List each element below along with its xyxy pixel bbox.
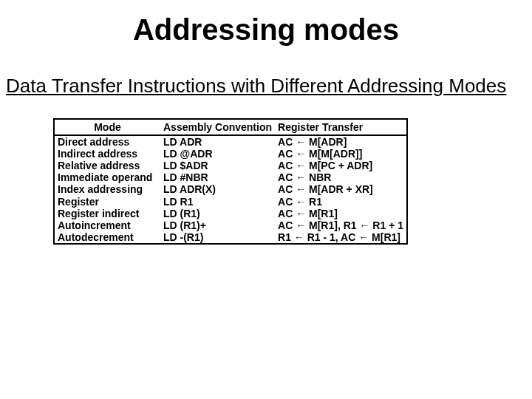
header-register-transfer: Register Transfer (275, 120, 406, 135)
table-row: Register indirect LD (R1) AC ← M[R1] (55, 208, 406, 219)
cell-rt: AC ← M[ADR] (275, 135, 406, 148)
cell-asm: LD (R1) (160, 208, 275, 219)
cell-rt: R1 ← R1 - 1, AC ← M[R1] (275, 231, 406, 243)
cell-rt: AC ← M[R1] (275, 208, 406, 219)
cell-rt: AC ← M[ADR + XR] (275, 183, 406, 195)
cell-rt: AC ← M[PC + ADR] (275, 160, 406, 171)
cell-asm: LD (R1)+ (160, 219, 275, 231)
table-row: Indirect address LD @ADR AC ← M[M[ADR]] (55, 148, 406, 160)
table-row: Relative address LD $ADR AC ← M[PC + ADR… (55, 160, 406, 171)
table-header-row: Mode Assembly Convention Register Transf… (55, 120, 406, 135)
table-row: Immediate operand LD #NBR AC ← NBR (55, 171, 406, 183)
cell-mode: Immediate operand (55, 171, 160, 183)
cell-mode: Autoincrement (55, 219, 160, 231)
cell-rt: AC ← M[R1], R1 ← R1 + 1 (275, 219, 406, 231)
table-row: Direct address LD ADR AC ← M[ADR] (55, 135, 406, 148)
cell-asm: LD ADR(X) (160, 183, 275, 195)
cell-rt: AC ← M[M[ADR]] (275, 148, 406, 160)
cell-mode: Register (55, 196, 160, 208)
cell-mode: Register indirect (55, 208, 160, 219)
slide: Addressing modes Data Transfer Instructi… (0, 13, 532, 399)
table-row: Autodecrement LD -(R1) R1 ← R1 - 1, AC ←… (55, 231, 406, 243)
cell-asm: LD -(R1) (160, 231, 275, 243)
cell-rt: AC ← R1 (275, 196, 406, 208)
cell-mode: Indirect address (55, 148, 160, 160)
cell-mode: Autodecrement (55, 231, 160, 243)
cell-asm: LD R1 (160, 196, 275, 208)
cell-asm: LD ADR (160, 135, 275, 148)
cell-asm: LD #NBR (160, 171, 275, 183)
cell-asm: LD @ADR (160, 148, 275, 160)
cell-mode: Direct address (55, 135, 160, 148)
cell-mode: Index addressing (55, 183, 160, 195)
table-row: Autoincrement LD (R1)+ AC ← M[R1], R1 ← … (55, 219, 406, 231)
table-row: Index addressing LD ADR(X) AC ← M[ADR + … (55, 183, 406, 195)
addressing-modes-table: Mode Assembly Convention Register Transf… (53, 118, 408, 245)
header-mode: Mode (55, 120, 160, 135)
slide-title: Addressing modes (0, 13, 532, 47)
slide-subtitle: Data Transfer Instructions with Differen… (6, 75, 526, 98)
cell-rt: AC ← NBR (275, 171, 406, 183)
cell-mode: Relative address (55, 160, 160, 171)
header-assembly: Assembly Convention (160, 120, 275, 135)
cell-asm: LD $ADR (160, 160, 275, 171)
table-row: Register LD R1 AC ← R1 (55, 196, 406, 208)
